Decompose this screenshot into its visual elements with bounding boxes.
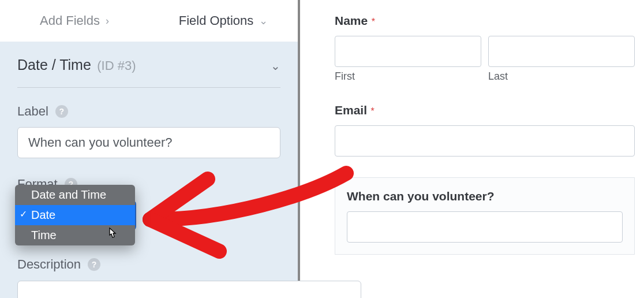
cursor-pointer-icon: [106, 227, 118, 241]
description-input[interactable]: [17, 281, 361, 298]
chevron-down-icon: ⌄: [271, 59, 280, 73]
description-row: Description ?: [17, 257, 100, 272]
dropdown-option-date-and-time[interactable]: Date and Time: [15, 185, 135, 205]
first-name-col: First: [335, 36, 481, 83]
date-input[interactable]: [347, 211, 623, 243]
tab-add-fields[interactable]: Add Fields ›: [0, 0, 149, 42]
email-input[interactable]: [335, 125, 635, 157]
chevron-right-icon: ›: [106, 15, 109, 27]
last-sublabel: Last: [488, 70, 635, 83]
email-label: Email: [335, 103, 367, 117]
name-inputs: First Last: [335, 36, 635, 83]
section-title: Date / Time: [17, 57, 91, 73]
tab-field-options[interactable]: Field Options ⌄: [149, 0, 298, 42]
tab-label: Field Options: [179, 13, 254, 28]
section-id: (ID #3): [97, 58, 136, 73]
app-root: Add Fields › Field Options ⌄ Date / Time…: [0, 0, 644, 298]
help-icon[interactable]: ?: [55, 105, 68, 118]
email-group: Email *: [335, 103, 635, 157]
last-name-input[interactable]: [488, 36, 635, 67]
name-label: Name: [335, 14, 368, 27]
tab-label: Add Fields: [40, 13, 100, 28]
last-name-col: Last: [488, 36, 635, 83]
dropdown-option-date[interactable]: Date: [15, 205, 135, 225]
name-group: Name * First Last: [335, 14, 635, 83]
first-sublabel: First: [335, 70, 481, 83]
required-marker: *: [370, 106, 374, 116]
date-field-label: When can you volunteer?: [347, 189, 495, 203]
section-title-wrap: Date / Time (ID #3): [17, 57, 136, 73]
label-input[interactable]: [17, 127, 280, 158]
date-field-group: When can you volunteer?: [335, 177, 635, 255]
label-text: Label: [17, 104, 48, 119]
annotation-arrow-icon: [133, 156, 364, 266]
tabs: Add Fields › Field Options ⌄: [0, 0, 298, 42]
description-text: Description: [17, 257, 81, 272]
email-label-row: Email *: [335, 103, 635, 117]
name-label-row: Name *: [335, 14, 635, 28]
chevron-down-icon: ⌄: [259, 14, 268, 27]
left-panel: Add Fields › Field Options ⌄ Date / Time…: [0, 0, 300, 298]
section-header[interactable]: Date / Time (ID #3) ⌄: [17, 57, 280, 88]
help-icon[interactable]: ?: [88, 258, 100, 271]
first-name-input[interactable]: [335, 36, 481, 67]
required-marker: *: [372, 17, 375, 27]
label-row: Label ?: [17, 104, 280, 119]
